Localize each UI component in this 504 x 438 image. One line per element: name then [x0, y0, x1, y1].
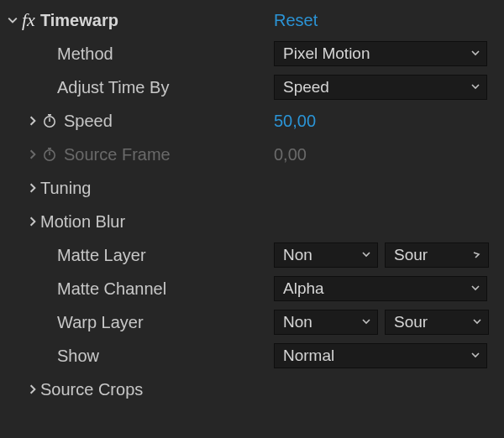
- chevron-right-icon[interactable]: [25, 384, 40, 394]
- matte-channel-dropdown[interactable]: Alpha: [274, 276, 487, 301]
- method-row: Method Pixel Motion: [5, 37, 499, 70]
- show-value: Normal: [283, 347, 466, 365]
- stopwatch-icon[interactable]: [40, 112, 59, 130]
- chevron-right-icon: [25, 149, 40, 159]
- chevron-down-icon: [471, 283, 480, 295]
- chevron-right-icon[interactable]: [25, 116, 40, 126]
- tuning-row: Tuning: [5, 171, 499, 205]
- chevron-right-icon[interactable]: [25, 216, 40, 227]
- matte-channel-row: Matte Channel Alpha: [5, 272, 499, 305]
- method-label: Method: [57, 44, 113, 64]
- method-value: Pixel Motion: [283, 44, 466, 63]
- source-frame-value: 0,00: [274, 145, 307, 164]
- warp-layer-value-2: Sour: [394, 313, 468, 331]
- source-crops-label: Source Crops: [40, 380, 143, 399]
- matte-layer-dropdown-1[interactable]: Non: [274, 242, 378, 268]
- chevron-down-icon: [471, 350, 480, 362]
- adjust-time-by-dropdown[interactable]: Speed: [274, 75, 487, 100]
- chevron-down-icon: [362, 249, 370, 261]
- matte-channel-value: Alpha: [283, 279, 466, 298]
- chevron-down-icon[interactable]: [5, 15, 20, 25]
- warp-layer-row: Warp Layer Non Sour: [5, 305, 499, 339]
- timewarp-effect-panel: fx Timewarp Reset Method Pixel Motion: [0, 0, 504, 411]
- tuning-label: Tuning: [40, 179, 91, 198]
- speed-value[interactable]: 50,00: [274, 112, 316, 131]
- stopwatch-icon: [40, 145, 59, 164]
- warp-layer-label: Warp Layer: [57, 313, 144, 332]
- effect-name: Timewarp: [40, 11, 118, 30]
- chevron-down-icon: [362, 316, 370, 328]
- method-dropdown[interactable]: Pixel Motion: [274, 41, 487, 66]
- matte-layer-dropdown-2[interactable]: Sour: [385, 242, 489, 268]
- adjust-time-by-row: Adjust Time By Speed: [5, 70, 499, 104]
- warp-layer-dropdown-1[interactable]: Non: [274, 310, 378, 335]
- fx-badge-icon[interactable]: fx: [22, 9, 35, 31]
- adjust-time-by-value: Speed: [283, 78, 466, 96]
- source-frame-label: Source Frame: [64, 145, 171, 164]
- matte-layer-label: Matte Layer: [57, 246, 146, 265]
- chevron-down-icon: [473, 249, 481, 261]
- warp-layer-dropdown-2[interactable]: Sour: [385, 310, 489, 335]
- matte-layer-value-1: Non: [283, 246, 357, 264]
- reset-link[interactable]: Reset: [274, 11, 318, 30]
- show-dropdown[interactable]: Normal: [274, 343, 487, 368]
- speed-label: Speed: [64, 112, 113, 131]
- motion-blur-row: Motion Blur: [5, 205, 499, 238]
- speed-row: Speed 50,00: [5, 104, 499, 138]
- warp-layer-value-1: Non: [283, 313, 357, 331]
- source-frame-row: Source Frame 0,00: [5, 138, 499, 171]
- source-crops-row: Source Crops: [5, 373, 499, 406]
- matte-channel-label: Matte Channel: [57, 279, 166, 299]
- chevron-right-icon[interactable]: [25, 183, 40, 193]
- chevron-down-icon: [471, 81, 480, 93]
- matte-layer-row: Matte Layer Non Sour: [5, 238, 499, 272]
- motion-blur-label: Motion Blur: [40, 212, 125, 232]
- show-label: Show: [57, 347, 99, 366]
- effect-header-row: fx Timewarp Reset: [5, 3, 499, 37]
- show-row: Show Normal: [5, 339, 499, 373]
- matte-layer-value-2: Sour: [394, 246, 468, 264]
- adjust-time-by-label: Adjust Time By: [57, 78, 169, 97]
- chevron-down-icon: [471, 48, 480, 60]
- chevron-down-icon: [473, 316, 481, 328]
